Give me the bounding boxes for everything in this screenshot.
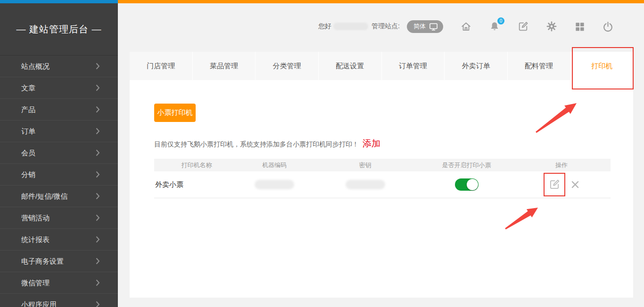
- sidebar-item-label: 微信管理: [21, 279, 50, 287]
- sidebar-item-label: 文章: [21, 84, 35, 92]
- home-icon: [460, 21, 472, 32]
- power-icon: [602, 21, 614, 32]
- edit-icon: [548, 178, 561, 191]
- tab-ingredient-management[interactable]: 配料管理: [508, 52, 571, 80]
- sidebar-item-site-overview[interactable]: 站点概况: [0, 56, 118, 77]
- tab-delivery-settings[interactable]: 配送设置: [319, 52, 382, 80]
- sidebar-item-label: 订单: [21, 127, 35, 135]
- app-title: — 建站管理后台 —: [0, 3, 118, 56]
- main-top-strip: [118, 0, 644, 3]
- sidebar-item-articles[interactable]: 文章: [0, 77, 118, 99]
- sidebar-item-orders[interactable]: 订单: [0, 121, 118, 142]
- chevron-right-icon: [96, 236, 100, 243]
- sidebar-item-products[interactable]: 产品: [0, 99, 118, 121]
- printer-table: 打印机名称 机器编码 密钥 是否开启打印小票 操作 外卖小票: [154, 159, 611, 198]
- sidebar-item-ecommerce-settings[interactable]: 电子商务设置: [0, 250, 118, 272]
- machine-code-redacted: [255, 180, 294, 189]
- actions-cell: [512, 173, 611, 196]
- tab-label: 门店管理: [147, 62, 175, 71]
- tab-order-management[interactable]: 订单管理: [382, 52, 445, 80]
- sidebar-item-label: 会员: [21, 149, 35, 157]
- compose-button[interactable]: [517, 21, 529, 32]
- sidebar-item-label: 分销: [21, 170, 35, 178]
- annotation-box-edit-button: [544, 173, 565, 196]
- logout-button[interactable]: [602, 21, 614, 32]
- header: 您好 管理站点: 简体 0: [318, 20, 614, 33]
- notifications-button[interactable]: 0: [489, 21, 500, 32]
- chevron-right-icon: [96, 128, 100, 135]
- manage-site-label: 管理站点:: [372, 22, 400, 31]
- secret-key-redacted: [346, 180, 385, 189]
- tab-label: 菜品管理: [210, 62, 238, 71]
- language-label: 简体: [413, 22, 426, 31]
- tab-label: 配送设置: [336, 62, 364, 71]
- tab-label: 配料管理: [525, 62, 553, 71]
- apps-button[interactable]: [574, 21, 585, 32]
- tab-takeout-orders[interactable]: 外卖订单: [445, 52, 508, 80]
- sidebar-item-label: 统计报表: [21, 235, 50, 243]
- tab-category-management[interactable]: 分类管理: [256, 52, 319, 80]
- tab-dish-management[interactable]: 菜品管理: [193, 52, 256, 80]
- col-actions: 操作: [512, 161, 611, 170]
- chevron-right-icon: [96, 63, 100, 70]
- tab-label: 分类管理: [273, 62, 301, 71]
- gear-icon: [546, 21, 557, 32]
- delete-button[interactable]: [570, 180, 580, 189]
- sidebar-item-wechat-management[interactable]: 微信管理: [0, 272, 118, 294]
- sidebar: — 建站管理后台 — 站点概况 文章 产品 订单 会员 分销 邮件/短信/微信 …: [0, 3, 118, 307]
- apps-grid-icon: [574, 21, 585, 32]
- print-enabled-cell: [421, 178, 512, 191]
- secret-key-cell: [310, 180, 421, 189]
- tab-label: 打印机: [591, 62, 612, 71]
- sidebar-item-miniprogram[interactable]: 小程序应用: [0, 294, 118, 307]
- sidebar-item-label: 小程序应用: [21, 300, 57, 307]
- chevron-right-icon: [96, 149, 100, 156]
- chevron-right-icon: [96, 106, 100, 113]
- username-redacted: [333, 23, 368, 30]
- notification-badge: 0: [497, 17, 504, 24]
- chevron-right-icon: [96, 279, 100, 286]
- sidebar-item-members[interactable]: 会员: [0, 142, 118, 164]
- sidebar-top-strip: [0, 0, 118, 3]
- notice-text: 目前仅支持飞鹅小票打印机，系统支持添加多台小票打印机同步打印！: [154, 140, 359, 148]
- sidebar-item-label: 营销活动: [21, 214, 50, 222]
- sidebar-item-distribution[interactable]: 分销: [0, 164, 118, 186]
- edit-button[interactable]: [548, 178, 561, 191]
- compose-icon: [517, 21, 529, 32]
- col-machine-code: 机器编码: [239, 161, 310, 170]
- chevron-right-icon: [96, 171, 100, 178]
- content-panel: 小票打印机 目前仅支持飞鹅小票打印机，系统支持添加多台小票打印机同步打印！添加 …: [130, 80, 633, 298]
- printer-notice: 目前仅支持飞鹅小票打印机，系统支持添加多台小票打印机同步打印！添加: [154, 137, 380, 150]
- print-enabled-toggle[interactable]: [455, 178, 479, 191]
- chevron-right-icon: [96, 214, 100, 221]
- chevron-right-icon: [96, 193, 100, 200]
- printer-name-cell: 外卖小票: [154, 180, 239, 189]
- home-button[interactable]: [460, 21, 472, 32]
- tab-printer[interactable]: 打印机: [570, 52, 633, 80]
- tab-bar: 门店管理 菜品管理 分类管理 配送设置 订单管理 外卖订单 配料管理 打印机: [130, 52, 633, 80]
- sidebar-item-label: 站点概况: [21, 62, 50, 70]
- tab-label: 外卖订单: [462, 62, 490, 71]
- monitor-icon: [429, 22, 438, 31]
- machine-code-cell: [239, 180, 310, 189]
- col-secret-key: 密钥: [310, 161, 421, 170]
- chevron-right-icon: [96, 84, 100, 91]
- site-language-pill[interactable]: 简体: [407, 20, 443, 33]
- settings-button[interactable]: [546, 21, 557, 32]
- close-icon: [570, 180, 580, 189]
- col-printer-name: 打印机名称: [154, 161, 239, 170]
- sidebar-item-reports[interactable]: 统计报表: [0, 229, 118, 250]
- tab-store-management[interactable]: 门店管理: [130, 52, 193, 80]
- sidebar-item-label: 电子商务设置: [21, 257, 64, 265]
- sidebar-item-label: 产品: [21, 105, 35, 113]
- chevron-right-icon: [96, 258, 100, 265]
- receipt-printer-button[interactable]: 小票打印机: [154, 104, 196, 122]
- toggle-knob: [467, 179, 478, 190]
- sidebar-item-marketing[interactable]: 营销活动: [0, 207, 118, 229]
- table-row: 外卖小票: [154, 171, 611, 198]
- sidebar-item-mail-sms-wechat[interactable]: 邮件/短信/微信: [0, 186, 118, 207]
- chevron-right-icon: [96, 301, 100, 307]
- table-header-row: 打印机名称 机器编码 密钥 是否开启打印小票 操作: [154, 159, 611, 171]
- col-print-enabled: 是否开启打印小票: [421, 161, 512, 170]
- add-printer-link[interactable]: 添加: [363, 138, 380, 148]
